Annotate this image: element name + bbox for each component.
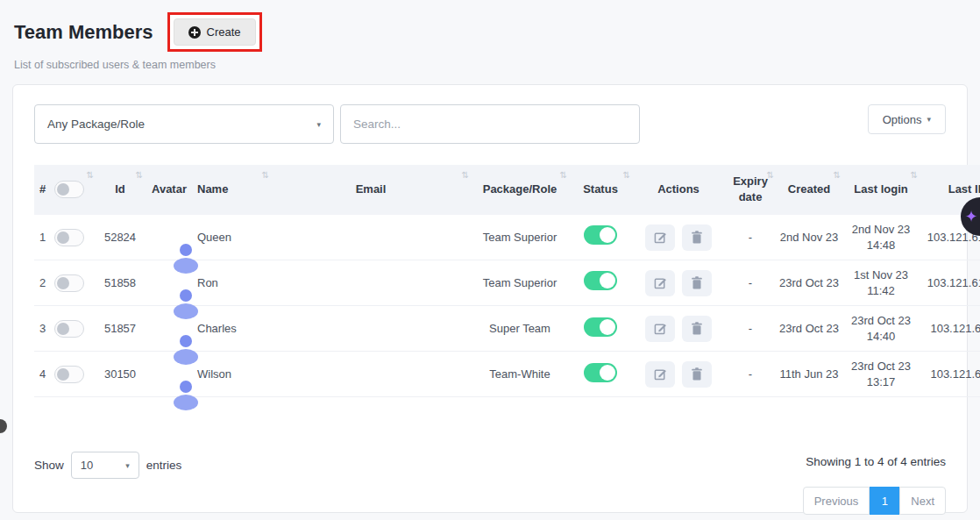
member-expiry: - — [725, 306, 776, 352]
edit-button[interactable] — [645, 316, 675, 342]
table-row: 1 52824 Queen Team Superior — [34, 215, 980, 260]
header-last-login[interactable]: Last login ⇅ — [842, 165, 920, 215]
edit-icon — [654, 276, 667, 289]
row-index: 2 — [39, 275, 46, 291]
member-package-role: Super Team — [471, 306, 569, 352]
member-email-redacted — [271, 215, 471, 260]
member-package-role: Team Superior — [471, 260, 569, 306]
package-role-selected-value: Any Package/Role — [47, 118, 145, 131]
edit-button[interactable] — [645, 361, 675, 388]
row-index: 3 — [39, 321, 46, 337]
team-members-table: # ⇅ Id ⇅ Avatar Name ⇅ — [34, 165, 980, 397]
show-label: Show — [34, 459, 64, 472]
sort-icon: ⇅ — [262, 169, 269, 182]
edit-icon — [654, 367, 667, 381]
member-expiry: - — [725, 260, 776, 306]
header-id[interactable]: Id ⇅ — [96, 165, 145, 215]
delete-button[interactable] — [682, 270, 712, 296]
sort-icon: ⇅ — [911, 169, 918, 182]
member-last-login: 23rd Oct 23 14:40 — [842, 306, 920, 352]
table-footer: Show 10 ▾ entries Showing 1 to 4 of 4 en… — [34, 452, 946, 479]
showing-entries-text: Showing 1 to 4 of 4 entries — [806, 455, 946, 468]
status-toggle[interactable] — [584, 225, 617, 245]
sort-icon: ⇅ — [136, 169, 143, 182]
member-last-ip: 103.121.61.148 — [920, 260, 980, 306]
status-toggle[interactable] — [584, 363, 617, 382]
table-header-row: # ⇅ Id ⇅ Avatar Name ⇅ — [34, 165, 980, 215]
delete-button[interactable] — [682, 361, 712, 388]
red-annotation-box: Create — [167, 12, 262, 52]
trash-icon — [691, 276, 703, 289]
delete-button[interactable] — [682, 224, 712, 251]
edit-button[interactable] — [645, 224, 675, 251]
package-role-select[interactable]: Any Package/Role ▾ — [34, 104, 334, 144]
status-toggle[interactable] — [584, 271, 617, 290]
page-1-button[interactable]: 1 — [870, 487, 899, 515]
member-expiry: - — [725, 215, 776, 260]
header-email[interactable]: Email ⇅ — [271, 165, 471, 215]
select-all-toggle[interactable] — [54, 181, 84, 198]
previous-page-button[interactable]: Previous — [803, 487, 870, 515]
header-index[interactable]: # ⇅ — [34, 165, 96, 215]
row-select-toggle[interactable] — [54, 366, 84, 383]
filter-row: Any Package/Role ▾ Options ▾ — [34, 104, 946, 144]
options-button-label: Options — [883, 113, 922, 126]
entries-per-page-select[interactable]: 10 ▾ — [71, 452, 139, 479]
member-id: 51857 — [96, 306, 145, 352]
edit-button[interactable] — [645, 270, 675, 296]
sort-icon: ⇅ — [87, 169, 94, 182]
member-last-login: 1st Nov 23 11:42 — [842, 260, 920, 306]
member-created: 23rd Oct 23 — [776, 260, 842, 306]
header-status[interactable]: Status ⇅ — [569, 165, 632, 215]
page-title: Team Members — [14, 21, 153, 44]
row-select-toggle[interactable] — [54, 229, 84, 246]
header-created[interactable]: Created ⇅ — [776, 165, 842, 215]
member-created: 11th Jun 23 — [776, 352, 842, 397]
member-last-login: 23rd Oct 23 13:17 — [842, 352, 920, 397]
member-id: 30150 — [96, 352, 145, 397]
row-index: 4 — [39, 367, 46, 382]
row-select-toggle[interactable] — [54, 274, 84, 292]
header-index-label: # — [39, 182, 46, 197]
plus-circle-icon — [188, 26, 201, 39]
member-name: Ron — [194, 260, 271, 306]
member-expiry: - — [725, 352, 776, 397]
left-edge-widget[interactable] — [0, 419, 7, 433]
page-subtitle: List of subscribed users & team members — [14, 59, 966, 71]
search-input[interactable] — [340, 104, 640, 144]
header-avatar: Avatar — [145, 165, 194, 215]
member-last-login: 2nd Nov 23 14:48 — [842, 215, 920, 260]
trash-icon — [691, 322, 703, 335]
team-members-card: Any Package/Role ▾ Options ▾ # ⇅ — [12, 84, 968, 513]
header-expiry-date[interactable]: Expiry date ⇅ — [725, 165, 776, 215]
sort-icon: ⇅ — [623, 169, 630, 182]
entries-per-page-value: 10 — [81, 459, 93, 472]
member-name: Wilson — [194, 352, 271, 397]
pagination: Previous 1 Next — [803, 487, 946, 515]
options-button[interactable]: Options ▾ — [868, 104, 946, 134]
header-package-role[interactable]: Package/Role ⇅ — [471, 165, 569, 215]
row-select-toggle[interactable] — [54, 320, 84, 338]
member-id: 51858 — [96, 260, 145, 306]
sort-icon: ⇅ — [462, 169, 469, 182]
entries-label: entries — [146, 459, 182, 472]
edit-icon — [654, 322, 667, 335]
chevron-down-icon: ▾ — [125, 461, 130, 470]
sparkle-icon: ✦ — [964, 207, 977, 226]
delete-button[interactable] — [682, 316, 712, 342]
member-name: Queen — [194, 215, 271, 260]
next-page-button[interactable]: Next — [899, 487, 946, 515]
row-index: 1 — [39, 230, 46, 246]
member-id: 52824 — [96, 215, 145, 260]
sort-icon: ⇅ — [560, 169, 567, 182]
chevron-down-icon: ▾ — [927, 115, 931, 124]
create-button-label: Create — [207, 25, 241, 39]
page-header: Team Members Create List of subscribed u… — [0, 0, 980, 71]
header-name[interactable]: Name ⇅ — [194, 165, 271, 215]
member-created: 2nd Nov 23 — [776, 215, 842, 260]
trash-icon — [691, 231, 703, 244]
status-toggle[interactable] — [584, 317, 617, 337]
member-name: Charles — [194, 306, 271, 352]
create-button[interactable]: Create — [174, 18, 256, 46]
member-package-role: Team-White — [471, 352, 569, 397]
